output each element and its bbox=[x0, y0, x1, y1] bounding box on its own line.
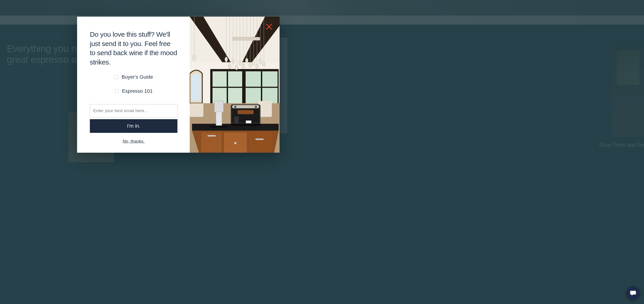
newsletter-modal: Do you love this stuff? We'll just send … bbox=[77, 17, 280, 153]
close-button[interactable] bbox=[266, 23, 273, 30]
svg-point-31 bbox=[246, 58, 248, 63]
checkbox-box-icon bbox=[114, 75, 118, 79]
svg-point-12 bbox=[193, 54, 196, 61]
checkbox-espresso-101[interactable]: Espresso 101 bbox=[90, 88, 178, 94]
svg-rect-37 bbox=[232, 37, 260, 40]
svg-rect-58 bbox=[234, 116, 239, 123]
kitchen-illustration bbox=[190, 17, 280, 153]
submit-button[interactable]: I'm in. bbox=[90, 119, 178, 133]
checkbox-box-icon bbox=[115, 89, 119, 93]
decline-link[interactable]: No, thanks. bbox=[90, 139, 178, 144]
modal-heading: Do you love this stuff? We'll just send … bbox=[90, 30, 178, 67]
svg-rect-59 bbox=[231, 124, 260, 126]
modal-image-pane bbox=[190, 17, 280, 153]
svg-rect-46 bbox=[208, 135, 216, 136]
svg-point-33 bbox=[252, 60, 255, 65]
svg-point-56 bbox=[234, 106, 236, 108]
svg-rect-47 bbox=[256, 139, 264, 140]
close-icon bbox=[266, 23, 273, 30]
svg-point-57 bbox=[255, 106, 257, 108]
svg-rect-50 bbox=[216, 112, 222, 126]
email-field[interactable] bbox=[90, 104, 178, 117]
svg-point-30 bbox=[242, 64, 245, 69]
svg-rect-61 bbox=[246, 121, 251, 123]
svg-point-36 bbox=[262, 61, 265, 66]
checkbox-label: Espresso 101 bbox=[122, 88, 153, 94]
svg-point-29 bbox=[238, 60, 241, 65]
chat-widget-button[interactable] bbox=[626, 286, 640, 300]
svg-point-27 bbox=[232, 59, 234, 64]
checkbox-buyers-guide[interactable]: Buyer's Guide bbox=[90, 74, 178, 80]
svg-point-26 bbox=[228, 64, 231, 69]
chat-icon bbox=[630, 290, 636, 297]
svg-point-28 bbox=[235, 65, 238, 70]
svg-point-48 bbox=[234, 142, 236, 144]
svg-rect-55 bbox=[238, 110, 254, 114]
svg-rect-45 bbox=[249, 132, 272, 153]
svg-point-35 bbox=[259, 59, 262, 64]
checkbox-label: Buyer's Guide bbox=[122, 74, 153, 80]
svg-rect-49 bbox=[214, 101, 224, 112]
svg-rect-40 bbox=[190, 103, 204, 117]
svg-rect-62 bbox=[210, 126, 228, 127]
svg-point-25 bbox=[225, 57, 228, 62]
svg-point-34 bbox=[256, 64, 258, 69]
modal-content-pane: Do you love this stuff? We'll just send … bbox=[77, 17, 190, 153]
svg-point-32 bbox=[249, 63, 252, 68]
